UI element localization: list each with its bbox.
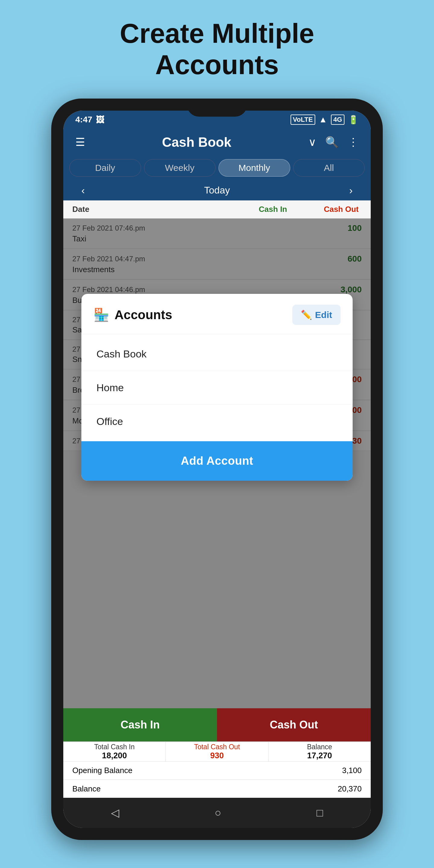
volte-label: VoLTE [290, 115, 315, 125]
phone-frame: 4:47 🖼 VoLTE ▲ 4G 🔋 ☰ Cash Book ∨ 🔍 ⋮ D [51, 98, 383, 840]
opening-balance-row: Opening Balance 3,100 [63, 762, 371, 780]
title-line2: Accounts [155, 50, 279, 80]
network-label: 4G [331, 115, 344, 125]
date-nav-bar: ‹ Today › [63, 180, 371, 200]
edit-label: Edit [315, 310, 332, 320]
tab-bar: Daily Weekly Monthly All [63, 156, 371, 180]
balance-cell: Balance 17,270 [269, 742, 371, 761]
dropdown-icon[interactable]: ∨ [308, 136, 316, 149]
col-date: Date [72, 205, 216, 214]
accounts-modal-icon: 🏪 [93, 307, 109, 322]
status-right: VoLTE ▲ 4G 🔋 [290, 115, 359, 125]
more-icon[interactable]: ⋮ [348, 136, 359, 149]
summary-totals-row: Total Cash In 18,200 Total Cash Out 930 … [63, 742, 371, 762]
account-list: Cash Book Home Office [82, 334, 352, 441]
table-header: Date Cash In Cash Out [63, 200, 371, 218]
account-item-home[interactable]: Home [82, 371, 352, 405]
prev-arrow[interactable]: ‹ [82, 184, 85, 196]
back-button[interactable]: ◁ [111, 807, 119, 819]
status-time: 4:47 [75, 115, 92, 124]
phone-notch [187, 98, 247, 117]
recents-button[interactable]: □ [316, 807, 323, 819]
summary-table: Total Cash In 18,200 Total Cash Out 930 … [63, 741, 371, 798]
edit-icon: ✏️ [301, 310, 312, 320]
header-icons: ∨ 🔍 ⋮ [308, 136, 359, 149]
total-cash-in-cell: Total Cash In 18,200 [63, 742, 166, 761]
battery-icon: 🔋 [348, 115, 359, 125]
accounts-modal: 🏪 Accounts ✏️ Edit Cash Book Home Office… [82, 294, 352, 481]
tab-monthly[interactable]: Monthly [218, 159, 290, 177]
tab-weekly[interactable]: Weekly [144, 159, 216, 177]
final-balance-row: Balance 20,370 [63, 780, 371, 798]
modal-header: 🏪 Accounts ✏️ Edit [82, 294, 352, 334]
total-cash-out-cell: Total Cash Out 930 [166, 742, 268, 761]
status-left: 4:47 🖼 [75, 115, 104, 125]
app-header-title: Cash Book [162, 135, 231, 150]
add-account-button[interactable]: Add Account [82, 441, 352, 481]
page-title: Create Multiple Accounts [120, 18, 314, 81]
edit-button[interactable]: ✏️ Edit [292, 305, 341, 325]
status-photo-icon: 🖼 [96, 115, 104, 125]
opening-balance-label: Opening Balance [72, 766, 132, 775]
signal-icon: ▲ [319, 115, 327, 124]
cash-in-button[interactable]: Cash In [63, 708, 217, 741]
tab-all[interactable]: All [293, 159, 365, 177]
action-buttons: Cash In Cash Out [63, 708, 371, 741]
phone-screen: 4:47 🖼 VoLTE ▲ 4G 🔋 ☰ Cash Book ∨ 🔍 ⋮ D [63, 111, 371, 828]
bottom-nav: ◁ ○ □ [63, 798, 371, 828]
home-button[interactable]: ○ [215, 807, 221, 819]
account-item-office[interactable]: Office [82, 405, 352, 438]
col-cash-in: Cash In [216, 205, 287, 214]
app-header: ☰ Cash Book ∨ 🔍 ⋮ [63, 129, 371, 156]
transaction-list: 27 Feb 2021 07:46.pm 100 Taxi 27 Feb 202… [63, 218, 371, 708]
next-arrow[interactable]: › [349, 184, 352, 196]
final-balance-value: 20,370 [338, 784, 362, 794]
opening-balance-value: 3,100 [342, 766, 362, 775]
tab-daily[interactable]: Daily [69, 159, 141, 177]
final-balance-label: Balance [72, 784, 101, 794]
menu-icon[interactable]: ☰ [75, 136, 85, 149]
search-icon[interactable]: 🔍 [325, 136, 339, 149]
title-line1: Create Multiple [120, 19, 314, 49]
cash-out-button[interactable]: Cash Out [217, 708, 371, 741]
nav-date: Today [204, 185, 230, 196]
account-item-cashbook[interactable]: Cash Book [82, 337, 352, 371]
modal-title: Accounts [115, 308, 172, 322]
modal-title-row: 🏪 Accounts [93, 307, 172, 322]
col-cash-out: Cash Out [287, 205, 362, 214]
